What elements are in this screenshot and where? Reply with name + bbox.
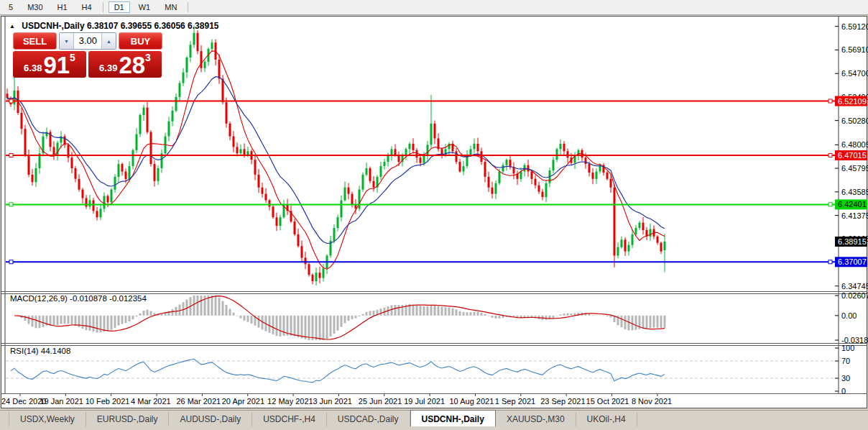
buy-price-point: 3 — [145, 52, 151, 63]
timeframe-button-h4[interactable]: H4 — [76, 1, 98, 13]
sell-button[interactable]: SELL — [13, 32, 57, 50]
x-axis-date-label: 15 Oct 2021 — [586, 397, 629, 406]
one-click-trading-panel: SELL ▼ 3.00 ▲ BUY 6.38 91 5 6.39 28 3 — [13, 32, 162, 78]
sell-price-base: 6.38 — [24, 63, 42, 73]
chart-title: ▲ USDCNH-,Daily 6.38107 6.39655 6.36056 … — [9, 21, 218, 31]
buy-price-pips: 28 — [119, 55, 145, 76]
timeframe-button-5[interactable]: 5 — [3, 1, 19, 13]
volume-spinner: ▼ 3.00 ▲ — [59, 32, 116, 50]
x-axis-date-label: 3 Jun 2021 — [313, 397, 351, 406]
x-axis-date-label: 25 Jun 2021 — [359, 397, 402, 406]
chart-tabs-bar: USDX,WeeklyEURUSD-,DailyAUDUSD-,DailyUSD… — [0, 410, 868, 426]
x-axis-date-label: 19 Jan 2021 — [40, 397, 83, 406]
x-axis-date-label: 10 Aug 2021 — [450, 397, 494, 406]
sell-price-point: 5 — [70, 52, 75, 63]
timeframe-button-mn[interactable]: MN — [159, 1, 183, 13]
x-axis-date-label: 4 Mar 2021 — [131, 397, 171, 406]
tab-audusd-daily[interactable]: AUDUSD-,Daily — [169, 412, 252, 426]
sell-price-pips: 91 — [43, 55, 70, 76]
sell-price-display[interactable]: 6.38 91 5 — [13, 51, 86, 78]
tab-ukoil-h4[interactable]: UKOil-,H4 — [576, 412, 637, 426]
chart-symbol-period: USDCNH-,Daily — [22, 21, 84, 31]
rsi-indicator-label: RSI(14) 44.1408 — [10, 347, 70, 355]
macd-indicator-label: MACD(12,26,9) -0.010878 -0.012354 — [10, 294, 147, 303]
tab-xauusd-m30[interactable]: XAUUSD-,M30 — [496, 412, 576, 426]
x-axis-date-label: 19 Jul 2021 — [404, 397, 445, 406]
x-axis-date-label: 8 Nov 2021 — [632, 397, 672, 406]
arrow-up-icon: ▲ — [106, 39, 111, 44]
timeframe-button-w1[interactable]: W1 — [133, 1, 157, 13]
timeframe-button-d1[interactable]: D1 — [108, 1, 130, 13]
x-axis-date-label: 12 May 2021 — [267, 397, 313, 406]
x-axis-date-label: 26 Mar 2021 — [176, 397, 221, 406]
tab-usdcad-daily[interactable]: USDCAD-,Daily — [327, 412, 410, 426]
volume-decrease-button[interactable]: ▼ — [60, 33, 74, 49]
timeframe-button-m30[interactable]: M30 — [22, 1, 48, 13]
toolbar-separator — [188, 2, 188, 12]
buy-price-base: 6.39 — [99, 63, 117, 73]
x-axis-date-label: 1 Sep 2021 — [495, 397, 535, 406]
buy-button[interactable]: BUY — [119, 32, 162, 50]
toolbar-separator — [103, 2, 103, 12]
buy-price-display[interactable]: 6.39 28 3 — [88, 51, 162, 78]
collapse-trade-panel-icon[interactable]: ▲ — [9, 23, 15, 29]
tab-usdx-weekly[interactable]: USDX,Weekly — [9, 412, 86, 426]
timeframe-button-h1[interactable]: H1 — [52, 1, 73, 13]
x-axis-date-label: 20 Apr 2021 — [222, 397, 264, 406]
tab-usdchf-h4[interactable]: USDCHF-,H4 — [252, 412, 327, 426]
tab-eurusd-daily[interactable]: EURUSD-,Daily — [86, 412, 170, 426]
volume-increase-button[interactable]: ▲ — [101, 33, 116, 49]
volume-value[interactable]: 3.00 — [74, 33, 101, 49]
x-axis-date-label: 10 Feb 2021 — [86, 397, 130, 406]
tab-usdcnh-daily[interactable]: USDCNH-,Daily — [410, 410, 496, 426]
timeframe-toolbar: 5M30H1H4D1W1MN — [0, 0, 868, 15]
x-axis-date-label: 23 Sep 2021 — [540, 397, 585, 406]
arrow-down-icon: ▼ — [64, 39, 69, 44]
x-axis-date-labels: 24 Dec 202019 Jan 202110 Feb 20214 Mar 2… — [0, 397, 868, 407]
chart-ohlc-values: 6.38107 6.39655 6.36056 6.38915 — [87, 21, 219, 31]
